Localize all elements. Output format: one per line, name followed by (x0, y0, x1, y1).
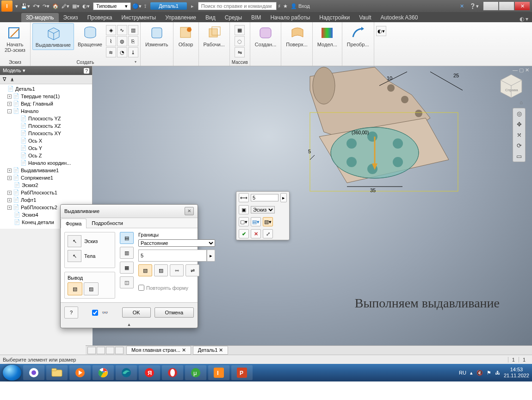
browser-help-icon[interactable]: ? (84, 68, 89, 74)
limits-mode-select[interactable]: Расстояние (138, 239, 215, 247)
tree-node[interactable]: 📄Плоскость YZ (1, 115, 92, 122)
mini-distance-more-icon[interactable]: ▸ (280, 193, 287, 202)
explore-button[interactable]: Обзор (175, 23, 197, 49)
tree-node[interactable]: +📄Твердые тела(1) (1, 93, 92, 100)
tray-flag-icon[interactable]: ⚑ (487, 370, 491, 376)
help-icon[interactable]: ❔▾ (468, 3, 480, 9)
appearance-dropdown-icon[interactable]: ◐▾ (376, 26, 386, 36)
circ-pattern-icon[interactable]: ◌ (235, 36, 245, 46)
preview-checkbox[interactable] (92, 310, 98, 316)
taskbar-utorrent-icon[interactable]: μ (185, 365, 206, 380)
sweep-icon[interactable]: ∿ (117, 25, 127, 35)
op-cut-button[interactable]: ▥ (120, 247, 134, 259)
filter-icon[interactable]: ∇ (3, 76, 6, 82)
repeat-shape-checkbox[interactable] (138, 285, 144, 291)
pick-profile-button[interactable]: ↖ (68, 235, 81, 247)
taskbar-opera-icon[interactable] (162, 365, 183, 380)
doctab-home[interactable]: Моя главная стран... ✕ (126, 346, 191, 355)
mini-distance-icon[interactable]: ⟷ (239, 193, 249, 202)
ribbon-tab-sketch[interactable]: Эскиз (59, 13, 83, 22)
mini-dir-icon[interactable]: ▧▾ (263, 217, 273, 226)
dialog-tab-shape[interactable]: Форма (61, 219, 87, 228)
op-intersect-button[interactable]: ▦ (120, 262, 134, 274)
dialog-cancel-button[interactable]: Отмена (155, 307, 194, 318)
ribbon-tab-environments[interactable]: Среды (220, 13, 247, 22)
taskbar-media-icon[interactable] (69, 365, 91, 380)
search-icon[interactable]: ▸ (190, 3, 195, 9)
dir-sym-button[interactable]: ⇿ (170, 264, 184, 276)
taskbar-yandex-icon[interactable] (23, 365, 44, 380)
tray-arrow-icon[interactable]: ▴ (470, 370, 473, 376)
decal-icon[interactable]: ◔ (117, 47, 127, 57)
mini-ok-button[interactable]: ✔ (239, 229, 249, 238)
doctab-part[interactable]: Деталь1 ✕ (193, 346, 229, 355)
qat-select-icon[interactable]: 🖉▾ (60, 3, 71, 9)
find-icon[interactable]: ⍎ (11, 76, 14, 82)
start-button[interactable] (3, 365, 21, 381)
doctab-nav-icon[interactable] (115, 347, 124, 354)
viewcube[interactable]: Справа (499, 73, 524, 98)
thread-icon[interactable]: ≋ (106, 47, 116, 57)
dialog-close-button[interactable]: ✕ (185, 207, 194, 215)
taskbar-inventor-icon[interactable]: I (208, 365, 229, 380)
qat-undo-icon[interactable]: ↶▾ (31, 3, 41, 9)
tree-node[interactable]: 📄Эскиз2 (1, 181, 92, 189)
output-solid-button[interactable]: ▧ (68, 282, 82, 295)
qat-redo-icon[interactable]: ↷▾ (41, 3, 51, 9)
doctab-nav-icon[interactable] (87, 347, 96, 354)
dialog-collapse-icon[interactable]: ▲ (61, 322, 198, 328)
ribbon-appearance-icon[interactable]: ◐ ▾ (516, 16, 532, 22)
tree-node[interactable]: +📄РабПлоскость1 (1, 189, 92, 196)
mini-cancel-button[interactable]: ✕ (251, 229, 261, 238)
canvas-window-controls[interactable]: — ▢ ✕ (513, 67, 529, 73)
ribbon-tab-a360[interactable]: Autodesk A360 (376, 13, 423, 22)
dialog-ok-button[interactable]: OK (122, 307, 151, 318)
derive-icon[interactable]: ⎘ (128, 36, 138, 46)
convert-button[interactable]: Преобр... (344, 23, 372, 49)
doctab-nav-icon[interactable] (106, 347, 114, 354)
modify-button[interactable]: Изменить (142, 23, 171, 49)
op-newbody-button[interactable]: ◫ (120, 276, 134, 288)
taskbar-edge-icon[interactable] (116, 365, 137, 380)
loft-icon[interactable]: ◈ (106, 25, 116, 35)
mini-solid-icon[interactable]: ▢▾ (239, 217, 249, 226)
exchange-icon[interactable]: ✕ (458, 3, 465, 9)
dialog-help-button[interactable]: ? (64, 306, 78, 319)
help-search-input[interactable] (198, 2, 277, 10)
user-icon[interactable]: 👤 Вход (289, 3, 311, 9)
extrude-button[interactable]: Выдавливание (32, 23, 74, 50)
ribbon-tab-addins[interactable]: Надстройки (315, 13, 354, 22)
nav-orbit-icon[interactable]: ⟳ (517, 142, 522, 149)
tree-node[interactable]: 📄Ось Y (1, 144, 92, 152)
tree-node[interactable]: -📄Начало (1, 107, 92, 115)
qat-color-icon[interactable]: 🔵▾ (131, 3, 143, 9)
tree-node[interactable]: +📄Сопряжение1 (1, 174, 92, 181)
tree-node[interactable]: +📄Лофт1 (1, 196, 92, 204)
qat-open-icon[interactable]: ▾ (14, 3, 19, 9)
import-icon[interactable]: ⤓ (128, 47, 138, 57)
tree-node[interactable]: 📄Ось X (1, 137, 92, 144)
ribbon-tab-tools[interactable]: Инструменты (117, 13, 161, 22)
simulate-button[interactable]: Модел... (315, 23, 340, 49)
tray-lang[interactable]: RU (459, 370, 466, 375)
dir-flip-button[interactable]: ▨ (154, 264, 168, 276)
work-features-button[interactable]: Рабочи... (201, 23, 228, 49)
qat-measure-icon[interactable]: ⟟ (143, 3, 148, 9)
doctab-nav-icon[interactable] (97, 347, 105, 354)
dialog-tab-more[interactable]: Подробности (87, 218, 128, 228)
mini-join-icon[interactable]: ▤▾ (251, 217, 261, 226)
app-icon[interactable]: I (1, 0, 12, 12)
nav-wheel-icon[interactable]: ◎ (517, 110, 522, 117)
nav-pan-icon[interactable]: ✥ (517, 121, 522, 128)
rib-icon[interactable]: ▥ (128, 25, 138, 35)
mirror-icon[interactable]: ⇋ (235, 47, 245, 57)
taskbar-yandex2-icon[interactable]: Я (139, 365, 160, 380)
ribbon-tab-3d-model[interactable]: 3D-модель (21, 13, 59, 22)
emboss-icon[interactable]: ◍ (117, 36, 127, 46)
distance-more-button[interactable]: ▸ (207, 250, 215, 262)
tray-volume-icon[interactable]: 🔇 (476, 370, 483, 376)
window-minimize-button[interactable]: — (483, 1, 499, 11)
pick-solids-button[interactable]: ↖ (68, 250, 81, 262)
tree-node[interactable]: 📄Деталь1 (1, 85, 92, 93)
visual-style-dropdown[interactable]: Типовые▾ (93, 2, 131, 10)
